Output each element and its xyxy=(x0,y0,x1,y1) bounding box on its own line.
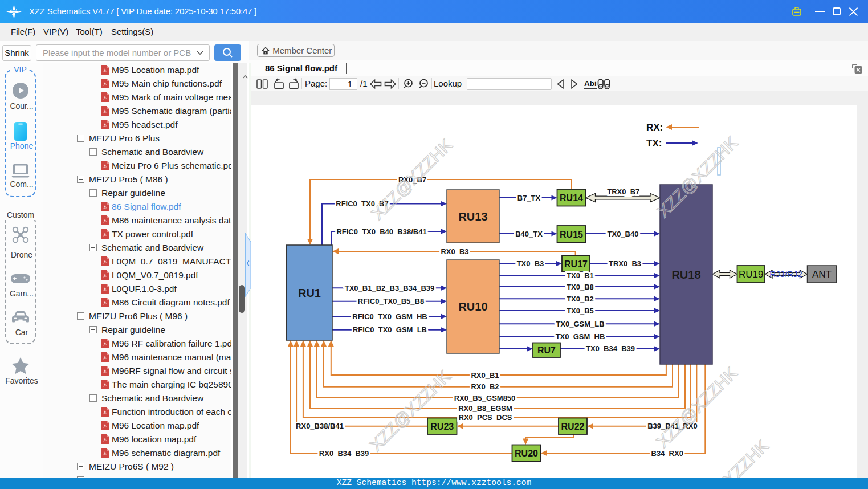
svg-text:TX0_GSM_LB: TX0_GSM_LB xyxy=(556,320,604,328)
svg-text:RX0_PCS_DCS: RX0_PCS_DCS xyxy=(459,413,512,422)
svg-text:TX0_B1: TX0_B1 xyxy=(567,271,594,280)
svg-text:TX0_B40: TX0_B40 xyxy=(608,230,639,238)
svg-text:RX0_B2: RX0_B2 xyxy=(471,382,499,391)
svg-text:TRX0_B3: TRX0_B3 xyxy=(609,259,641,268)
svg-text:TX0_B34_B39: TX0_B34_B39 xyxy=(586,344,635,353)
svg-text:TX0_B3: TX0_B3 xyxy=(517,259,544,268)
svg-text:RU13: RU13 xyxy=(458,210,487,223)
svg-text:RU15: RU15 xyxy=(560,230,583,239)
svg-text:RU7: RU7 xyxy=(537,345,556,355)
svg-text:RJ3/RJ2: RJ3/RJ2 xyxy=(769,269,802,279)
svg-text:RFIC0_TX0_GSM_LB: RFIC0_TX0_GSM_LB xyxy=(353,325,427,334)
svg-text:XZZ@XZZHK: XZZ@XZZHK xyxy=(366,366,454,454)
svg-text:TX0_B5: TX0_B5 xyxy=(567,307,594,315)
svg-text:TRX0_B7: TRX0_B7 xyxy=(607,188,639,196)
svg-text:RX0_B38/B41: RX0_B38/B41 xyxy=(296,422,344,430)
svg-text:TX0_GSM_HB: TX0_GSM_HB xyxy=(556,332,605,341)
svg-text:RFIC0_TX0_GSM_HB: RFIC0_TX0_GSM_HB xyxy=(352,312,427,321)
svg-text:RX:: RX: xyxy=(646,122,663,133)
svg-text:RU19: RU19 xyxy=(739,269,763,280)
svg-text:B7_TX: B7_TX xyxy=(517,194,541,202)
svg-text:TX0_B8: TX0_B8 xyxy=(567,283,594,291)
svg-text:RX0_B5_GSM850: RX0_B5_GSM850 xyxy=(454,394,516,402)
svg-text:RU22: RU22 xyxy=(561,422,585,431)
svg-text:TX:: TX: xyxy=(646,138,662,149)
svg-text:RFIC0_TX0_B40_B38/B41: RFIC0_TX0_B40_B38/B41 xyxy=(336,227,426,236)
svg-text:B40_TX: B40_TX xyxy=(515,230,543,238)
svg-text:ANT: ANT xyxy=(812,269,832,280)
svg-text:RU14: RU14 xyxy=(560,193,583,203)
svg-text:RX0_B8_EGSM: RX0_B8_EGSM xyxy=(458,404,512,413)
svg-text:TX0_B1_B2_B3_B34_B39: TX0_B1_B2_B3_B34_B39 xyxy=(345,284,435,292)
svg-text:RU10: RU10 xyxy=(458,300,487,313)
svg-text:RU20: RU20 xyxy=(515,449,538,458)
svg-text:RU1: RU1 xyxy=(298,287,321,299)
svg-text:TX0_B2: TX0_B2 xyxy=(567,295,594,303)
svg-text:RX0_B34_B39: RX0_B34_B39 xyxy=(319,449,369,458)
svg-text:RU18: RU18 xyxy=(671,268,700,281)
svg-text:RX0_B3: RX0_B3 xyxy=(441,247,468,256)
svg-text:RU23: RU23 xyxy=(430,422,454,431)
svg-text:XZZ@XZZHK: XZZ@XZZHK xyxy=(684,436,772,478)
svg-text:RX0_B1: RX0_B1 xyxy=(471,371,499,380)
svg-text:RFIC0_TX0_B5_B8: RFIC0_TX0_B5_B8 xyxy=(358,297,424,305)
svg-text:RU17: RU17 xyxy=(564,259,588,269)
